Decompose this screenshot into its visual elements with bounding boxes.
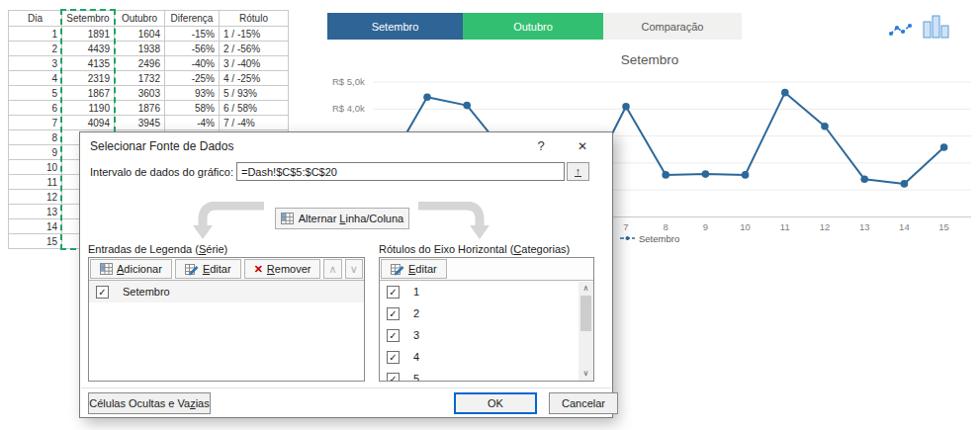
checkbox[interactable]: ✓: [387, 351, 400, 364]
table-cell[interactable]: 2: [9, 42, 62, 56]
column-header[interactable]: Outubro: [115, 11, 165, 27]
move-up-button[interactable]: ∧: [323, 259, 341, 279]
checkbox[interactable]: ✓: [387, 307, 400, 320]
list-item[interactable]: ✓4: [380, 346, 593, 368]
x-axis-label: 8: [664, 221, 668, 232]
table-cell[interactable]: 4439: [62, 42, 115, 56]
collapse-dialog-button[interactable]: ↑: [567, 162, 589, 181]
list-item[interactable]: ✓Setembro: [89, 281, 364, 302]
checkbox[interactable]: ✓: [96, 286, 109, 299]
table-cell[interactable]: 3: [9, 56, 62, 71]
tab-outubro[interactable]: Outubro: [463, 13, 603, 40]
table-cell[interactable]: 1867: [62, 86, 115, 101]
list-item[interactable]: ✓5: [380, 368, 593, 382]
list-item[interactable]: ✓1: [380, 281, 593, 302]
table-row: 341352496-40%3 / -40%: [9, 56, 289, 71]
table-cell[interactable]: 15: [9, 234, 62, 249]
remove-series-button[interactable]: ✕ Remover: [244, 259, 321, 279]
table-cell[interactable]: -25%: [165, 71, 220, 86]
list-item[interactable]: ✓2: [380, 302, 593, 324]
checkbox[interactable]: ✓: [387, 329, 400, 342]
bar-chart-icon[interactable]: [922, 15, 949, 39]
close-icon[interactable]: ✕: [567, 132, 598, 159]
table-cell[interactable]: 13: [9, 205, 62, 219]
table-cell[interactable]: 7: [9, 116, 62, 130]
data-point-marker[interactable]: [901, 180, 909, 188]
data-point-marker[interactable]: [463, 102, 471, 110]
checkbox[interactable]: ✓: [387, 373, 400, 383]
data-point-marker[interactable]: [821, 123, 829, 130]
table-cell[interactable]: 93%: [165, 86, 220, 101]
table-cell[interactable]: 3945: [115, 116, 165, 130]
table-cell[interactable]: 11: [9, 175, 62, 190]
table-cell[interactable]: -40%: [165, 56, 220, 71]
column-header[interactable]: Rótulo: [220, 11, 289, 27]
data-point-marker[interactable]: [742, 171, 750, 179]
table-cell[interactable]: 5: [9, 86, 62, 101]
checkbox[interactable]: ✓: [387, 286, 400, 299]
table-cell[interactable]: 2319: [62, 71, 115, 86]
data-point-marker[interactable]: [940, 143, 948, 151]
move-down-button[interactable]: ∨: [345, 259, 363, 279]
table-row: 61190187658%6 / 58%: [9, 101, 289, 116]
scrollbar[interactable]: ∧ ∨: [579, 282, 593, 381]
table-cell[interactable]: -4%: [165, 116, 220, 130]
table-cell[interactable]: 4 / -25%: [220, 71, 289, 86]
tab-setembro[interactable]: Setembro: [327, 13, 463, 40]
range-input[interactable]: [236, 162, 565, 181]
table-cell[interactable]: -56%: [165, 42, 220, 56]
table-cell[interactable]: 4: [9, 71, 62, 86]
table-cell[interactable]: -15%: [165, 27, 220, 42]
table-cell[interactable]: 1: [9, 27, 62, 42]
table-cell[interactable]: 1732: [115, 71, 165, 86]
table-cell[interactable]: 4094: [62, 116, 115, 130]
table-cell[interactable]: 1876: [115, 101, 165, 116]
list-item[interactable]: ✓3: [380, 324, 593, 346]
table-cell[interactable]: 1891: [62, 27, 115, 42]
table-cell[interactable]: 3 / -40%: [220, 56, 289, 71]
data-point-marker[interactable]: [622, 103, 630, 111]
table-cell[interactable]: 2496: [115, 56, 165, 71]
switch-row-column-button[interactable]: Alternar Linha/Coluna: [275, 208, 409, 229]
hidden-empty-cells-button[interactable]: Células Ocultas e Vazias: [88, 392, 211, 414]
table-cell[interactable]: 9: [9, 145, 62, 160]
edit-categories-button[interactable]: Editar: [381, 259, 447, 279]
add-series-button[interactable]: Adicionar: [90, 259, 172, 279]
data-point-marker[interactable]: [423, 94, 431, 102]
table-cell[interactable]: 6 / 58%: [220, 101, 289, 116]
table-cell[interactable]: 1 / -15%: [220, 27, 289, 42]
help-button[interactable]: ?: [525, 132, 557, 159]
table-cell[interactable]: 2 / -56%: [220, 42, 289, 56]
scroll-thumb[interactable]: [580, 296, 591, 331]
column-header[interactable]: Diferença: [165, 11, 220, 27]
table-cell[interactable]: 3603: [115, 86, 165, 101]
table-cell[interactable]: 1190: [62, 101, 115, 116]
table-cell[interactable]: 58%: [165, 101, 220, 116]
series-list: ✓Setembro: [89, 281, 364, 302]
data-point-marker[interactable]: [781, 89, 789, 97]
table-cell[interactable]: 7 / -4%: [220, 116, 289, 130]
data-point-marker[interactable]: [860, 175, 868, 183]
legend-label[interactable]: Setembro: [639, 233, 679, 244]
ok-button[interactable]: OK: [454, 392, 537, 414]
edit-series-button[interactable]: Editar: [175, 259, 241, 279]
list-item-label: 5: [413, 373, 419, 382]
tab-comparacao[interactable]: Comparação: [603, 13, 742, 40]
line-chart-icon[interactable]: [888, 22, 915, 39]
table-cell[interactable]: 12: [9, 190, 62, 205]
table-cell[interactable]: 6: [9, 101, 62, 116]
table-cell[interactable]: 4135: [62, 56, 115, 71]
table-cell[interactable]: 1938: [115, 42, 165, 56]
table-cell[interactable]: 8: [9, 130, 62, 145]
table-cell[interactable]: 14: [9, 219, 62, 234]
cancel-button[interactable]: Cancelar: [549, 392, 618, 414]
column-header[interactable]: Dia: [9, 11, 62, 27]
table-cell[interactable]: 10: [9, 160, 62, 175]
data-point-marker[interactable]: [702, 170, 710, 178]
data-point-marker[interactable]: [662, 171, 669, 179]
column-header[interactable]: Setembro: [62, 11, 115, 27]
table-cell[interactable]: 5 / 93%: [220, 86, 289, 101]
table-cell[interactable]: 1604: [115, 27, 165, 42]
scroll-up-icon[interactable]: ∧: [579, 282, 593, 296]
scroll-down-icon[interactable]: ∨: [579, 367, 593, 381]
